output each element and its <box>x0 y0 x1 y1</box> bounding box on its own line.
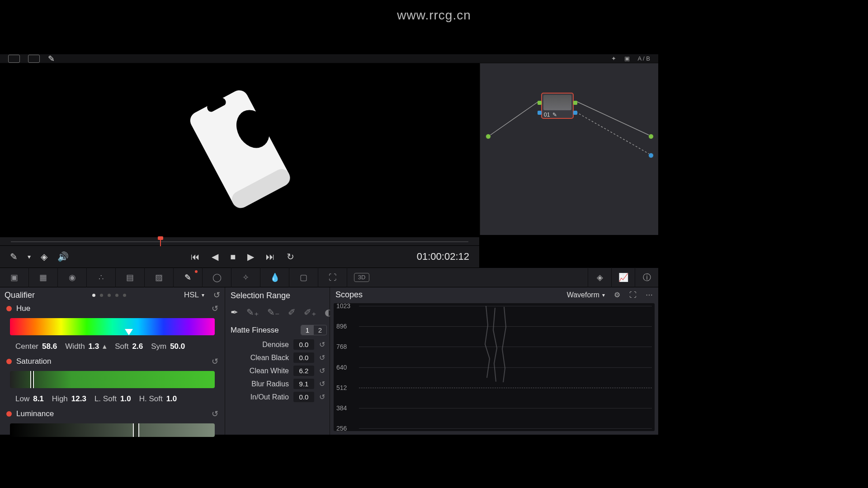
mini-timeline[interactable] <box>0 237 479 246</box>
sparkle-icon[interactable]: ✦ <box>611 55 616 62</box>
hue-bar[interactable] <box>10 318 215 335</box>
camera-raw-icon[interactable]: ▣ <box>0 267 29 287</box>
hue-width-value[interactable]: 1.3 <box>89 342 99 351</box>
node-output-port[interactable] <box>573 101 577 105</box>
sizing-icon[interactable]: ⛶ <box>318 267 347 287</box>
matte-row-value[interactable]: 0.0 <box>293 339 314 350</box>
matte-row-value[interactable]: 0.0 <box>293 392 314 402</box>
window-icon[interactable]: ◯ <box>203 267 231 287</box>
first-frame-button[interactable]: ⏮ <box>191 252 200 262</box>
play-reverse-button[interactable]: ◀ <box>212 251 218 262</box>
matte-finesse-label: Matte Finesse <box>231 326 301 335</box>
waveform-scope[interactable]: 1023896768640512384256 <box>334 303 655 431</box>
app-window: ✎ ✦ ▣ A / B <box>0 54 658 434</box>
node-alpha-output-dot[interactable] <box>648 153 654 158</box>
picker-add-icon[interactable]: ✎₊ <box>246 307 259 318</box>
feather-add-icon[interactable]: ✐₊ <box>304 307 316 318</box>
blur-icon[interactable]: 💧 <box>260 267 289 287</box>
hue-reset-icon[interactable]: ↺ <box>212 304 218 314</box>
hue-center-value[interactable]: 58.6 <box>42 342 57 351</box>
last-frame-button[interactable]: ⏭ <box>266 252 275 262</box>
mute-icon[interactable]: 🔊 <box>57 251 69 262</box>
hue-marker[interactable] <box>125 329 133 346</box>
play-button[interactable]: ▶ <box>247 251 254 262</box>
scopes-expand-icon[interactable]: ⛶ <box>629 291 637 299</box>
saturation-bar[interactable] <box>10 371 215 388</box>
sat-enable-dot[interactable] <box>6 359 12 364</box>
chevron-up-icon[interactable]: ▴ <box>103 342 107 351</box>
scopes-settings-icon[interactable]: ⚙ <box>614 291 620 299</box>
node-source-dot[interactable] <box>486 134 491 139</box>
tracker-icon[interactable]: ✧ <box>231 267 260 287</box>
sat-high-value[interactable]: 12.3 <box>71 394 86 404</box>
scopes-more-icon[interactable]: ⋯ <box>646 291 653 299</box>
stop-button[interactable]: ■ <box>230 252 236 262</box>
key-icon[interactable]: ▢ <box>289 267 318 287</box>
node-key-output-port[interactable] <box>573 111 577 115</box>
luminance-marker[interactable] <box>133 423 139 437</box>
hue-sym-value[interactable]: 50.0 <box>170 342 185 351</box>
node-input-port[interactable] <box>538 101 542 105</box>
reset-icon[interactable]: ↺ <box>317 393 327 401</box>
reset-icon[interactable]: ↺ <box>317 366 327 375</box>
qualifier-reset-icon[interactable]: ↺ <box>213 290 220 300</box>
layout-dual-icon[interactable] <box>28 55 40 63</box>
rgb-mixer-icon[interactable]: ▤ <box>116 267 145 287</box>
svg-line-4 <box>488 101 539 136</box>
hdr-icon[interactable]: ∴ <box>87 267 116 287</box>
matte-row-value[interactable]: 0.0 <box>293 352 314 363</box>
sat-reset-icon[interactable]: ↺ <box>212 357 218 366</box>
picker-set-icon[interactable]: ✒ <box>231 307 238 318</box>
hue-soft-value[interactable]: 2.6 <box>132 342 143 351</box>
keyframes-icon[interactable]: ◈ <box>588 267 611 287</box>
layers-icon[interactable]: ◈ <box>41 251 47 262</box>
sat-low-value[interactable]: 8.1 <box>33 394 44 404</box>
layout-single-icon[interactable] <box>8 55 20 63</box>
sat-hsoft-value[interactable]: 1.0 <box>166 394 177 404</box>
scopes-toggle-icon[interactable]: 📈 <box>611 267 635 287</box>
viewer-topbar: ✎ ✦ ▣ A / B <box>0 54 658 63</box>
image-wipe-icon[interactable]: ▣ <box>624 55 630 62</box>
reset-icon[interactable]: ↺ <box>317 340 327 349</box>
wheels-icon[interactable]: ◉ <box>58 267 87 287</box>
reset-icon[interactable]: ↺ <box>317 380 327 388</box>
node-key-input-port[interactable] <box>538 111 542 115</box>
matte-row-value[interactable]: 6.2 <box>293 366 314 376</box>
matte-finesse-tabs[interactable]: 1 2 <box>301 325 327 335</box>
reset-icon[interactable]: ↺ <box>317 353 327 362</box>
picker-sub-icon[interactable]: ✎₋ <box>267 307 280 318</box>
saturation-marker[interactable] <box>30 371 34 388</box>
hue-enable-dot[interactable] <box>6 306 12 311</box>
timecode-display[interactable]: 01:00:02:12 <box>417 251 469 263</box>
matte-row-value[interactable]: 9.1 <box>293 379 314 389</box>
highlight-wand-icon[interactable]: ✎ <box>48 54 55 64</box>
luminance-bar[interactable] <box>10 423 215 437</box>
sat-lsoft-value[interactable]: 1.0 <box>120 394 131 404</box>
color-match-icon[interactable]: ▦ <box>29 267 58 287</box>
node-01[interactable]: 01 ✎ <box>541 93 574 119</box>
qualifier-page-dots[interactable] <box>39 294 179 297</box>
playhead[interactable] <box>160 237 161 246</box>
matte-row-label: Clean White <box>225 367 291 375</box>
lum-reset-icon[interactable]: ↺ <box>212 409 218 419</box>
feather-set-icon[interactable]: ✐ <box>288 307 296 318</box>
node-output-dot[interactable] <box>648 134 654 139</box>
matte-tab-2[interactable]: 2 <box>314 325 326 335</box>
curves-icon[interactable]: ▨ <box>145 267 174 287</box>
transport-bar: ✎ ▾ ◈ 🔊 ⏮ ◀ ■ ▶ ⏭ ↻ 01:00:02:12 <box>0 246 479 267</box>
ab-compare-toggle[interactable]: A / B <box>638 55 650 62</box>
lum-enable-dot[interactable] <box>6 411 12 417</box>
qualifier-icon[interactable]: ✎ <box>174 267 203 287</box>
scopes-mode-dropdown[interactable]: Waveform▾ <box>567 291 605 299</box>
matte-tab-1[interactable]: 1 <box>301 325 314 335</box>
node-graph[interactable]: 01 ✎ <box>480 63 658 235</box>
picker-icon[interactable]: ✎ <box>10 251 18 262</box>
node-thumbnail <box>543 95 571 110</box>
viewer[interactable] <box>0 63 480 235</box>
info-icon[interactable]: ⓘ <box>635 267 658 287</box>
loop-button[interactable]: ↻ <box>287 251 294 262</box>
qualifier-mode-dropdown[interactable]: HSL▾ <box>184 291 204 300</box>
scope-gridline <box>359 388 652 388</box>
stereo-3d-icon[interactable]: 3D <box>354 273 369 282</box>
chevron-down-icon[interactable]: ▾ <box>28 253 31 260</box>
